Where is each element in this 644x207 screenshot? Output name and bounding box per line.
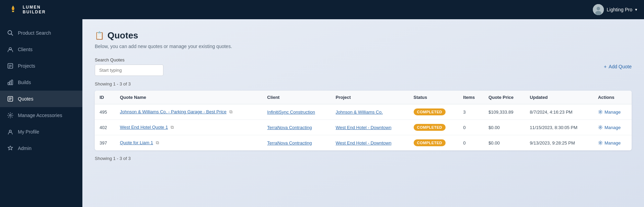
sidebar-item-manage-accessories[interactable]: Manage Accessories [0,107,82,124]
user-menu[interactable]: Lighting Pro ▾ [593,4,637,15]
copy-icon[interactable]: ⧉ [228,109,234,115]
col-header-quote-name: Quote Name [115,91,262,104]
user-name: Lighting Pro [607,7,632,12]
manage-button[interactable]: Manage [598,140,621,146]
cell-quote-price: $0.00 [484,120,525,135]
sidebar-item-my-profile[interactable]: My Profile [0,124,82,140]
user-avatar [593,4,604,15]
cell-status: COMPLETED [409,120,459,135]
svg-point-22 [9,130,11,132]
search-section: Search Quotes [95,57,163,76]
showing-top: Showing 1 - 3 of 3 [95,81,632,87]
quote-name-link[interactable]: West End Hotel Quote 1 [120,125,168,130]
page-header: 📋 Quotes [95,30,632,41]
cell-project: West End Hotel - Downtown [331,120,409,135]
sidebar: Product Search Clients Projects [0,19,82,207]
cell-id: 397 [95,135,115,151]
quote-name-link[interactable]: Quote for Liam 1 [120,140,153,145]
col-header-project: Project [331,91,409,104]
status-badge: COMPLETED [414,108,446,115]
col-header-items: Items [458,91,484,104]
admin-icon [7,145,14,152]
logo: LUMEN BUILDER [7,3,46,16]
cell-quote-price: $109,333.89 [484,104,525,120]
cell-actions: Manage [593,135,632,151]
page-title: Quotes [107,30,138,41]
cell-quote-name: West End Hotel Quote 1 ⧉ [115,120,262,135]
chevron-down-icon: ▾ [635,7,637,12]
quotes-table: ID Quote Name Client Project Status Item… [95,91,632,150]
sidebar-item-builds[interactable]: Builds [0,74,82,91]
app-body: Product Search Clients Projects [0,19,644,207]
cell-actions: Manage [593,120,632,135]
top-nav: LUMEN BUILDER Lighting Pro ▾ [0,0,644,19]
svg-point-5 [597,7,600,10]
clients-icon [7,46,14,53]
cell-updated: 9/13/2023, 9:28:25 PM [525,135,593,151]
cell-status: COMPLETED [409,104,459,120]
cell-project: Johnson & Williams Co. [331,104,409,120]
cell-client: InfinitiSync Construction [262,104,331,120]
quotes-icon [7,95,14,102]
add-quote-button[interactable]: + Add Quote [604,64,632,69]
table-row: 402 West End Hotel Quote 1 ⧉ TerraNova C… [95,120,632,135]
cell-project: West End Hotel - Downtown [331,135,409,151]
manage-button[interactable]: Manage [598,125,621,130]
cell-id: 495 [95,104,115,120]
status-badge: COMPLETED [414,139,446,146]
sidebar-label-projects: Projects [18,63,35,69]
client-link[interactable]: TerraNova Contracting [267,125,312,130]
cell-quote-name: Johnson & Williams Co. - Parking Garage … [115,104,262,120]
my-profile-icon [7,128,14,135]
svg-point-24 [600,127,601,128]
manage-accessories-icon [7,112,14,119]
copy-icon[interactable]: ⧉ [154,140,161,146]
col-header-status: Status [409,91,459,104]
status-badge: COMPLETED [414,124,446,131]
project-link[interactable]: West End Hotel - Downtown [336,140,391,146]
project-link[interactable]: West End Hotel - Downtown [336,125,391,130]
svg-point-25 [600,142,601,143]
add-quote-plus-icon: + [604,64,607,69]
builds-icon [7,79,14,86]
sidebar-item-product-search[interactable]: Product Search [0,25,82,41]
cell-actions: Manage [593,104,632,120]
table-header: ID Quote Name Client Project Status Item… [95,91,632,104]
svg-rect-16 [11,80,13,85]
sidebar-item-clients[interactable]: Clients [0,41,82,58]
table-row: 397 Quote for Liam 1 ⧉ TerraNova Contrac… [95,135,632,151]
cell-id: 402 [95,120,115,135]
svg-rect-15 [10,81,11,85]
svg-rect-10 [8,64,13,68]
cell-items: 0 [458,120,484,135]
page-title-icon: 📋 [95,31,104,40]
cell-updated: 8/7/2024, 4:16:23 PM [525,104,593,120]
gear-icon [598,125,603,130]
quote-name-link[interactable]: Johnson & Williams Co. - Parking Garage … [120,109,227,114]
copy-icon[interactable]: ⧉ [169,124,175,130]
showing-bottom: Showing 1 - 3 of 3 [95,156,632,161]
table-row: 495 Johnson & Williams Co. - Parking Gar… [95,104,632,120]
cell-status: COMPLETED [409,135,459,151]
svg-point-6 [595,11,601,15]
sidebar-item-admin[interactable]: Admin [0,140,82,157]
client-link[interactable]: TerraNova Contracting [267,140,312,146]
svg-point-21 [10,115,11,116]
search-icon [7,30,14,36]
project-link[interactable]: Johnson & Williams Co. [336,110,383,115]
search-row: Search Quotes + Add Quote [95,57,632,76]
svg-rect-3 [12,11,14,12]
add-quote-label: Add Quote [609,64,632,69]
client-link[interactable]: InfinitiSync Construction [267,110,315,115]
cell-items: 3 [458,104,484,120]
table-body: 495 Johnson & Williams Co. - Parking Gar… [95,104,632,151]
cell-client: TerraNova Contracting [262,135,331,151]
search-input[interactable] [95,65,163,76]
cell-client: TerraNova Contracting [262,120,331,135]
manage-button[interactable]: Manage [598,110,621,115]
sidebar-item-quotes[interactable]: Quotes [0,91,82,107]
cell-items: 0 [458,135,484,151]
sidebar-item-projects[interactable]: Projects [0,58,82,74]
logo-icon [7,3,19,16]
search-label: Search Quotes [95,57,163,62]
